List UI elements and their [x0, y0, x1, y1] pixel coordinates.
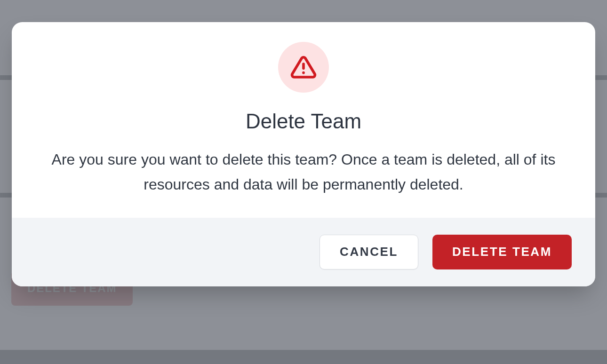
- modal-message: Are you sure you want to delete this tea…: [45, 147, 562, 197]
- modal-title: Delete Team: [35, 110, 572, 133]
- cancel-button[interactable]: CANCEL: [319, 235, 418, 269]
- modal-footer: CANCEL DELETE TEAM: [12, 218, 595, 286]
- warning-icon-circle: [278, 42, 329, 93]
- warning-triangle-icon: [290, 54, 317, 80]
- confirm-delete-button[interactable]: DELETE TEAM: [432, 235, 572, 269]
- confirm-delete-modal: Delete Team Are you sure you want to del…: [12, 22, 595, 286]
- modal-body: Delete Team Are you sure you want to del…: [12, 22, 595, 218]
- modal-overlay[interactable]: Delete Team Are you sure you want to del…: [0, 0, 607, 364]
